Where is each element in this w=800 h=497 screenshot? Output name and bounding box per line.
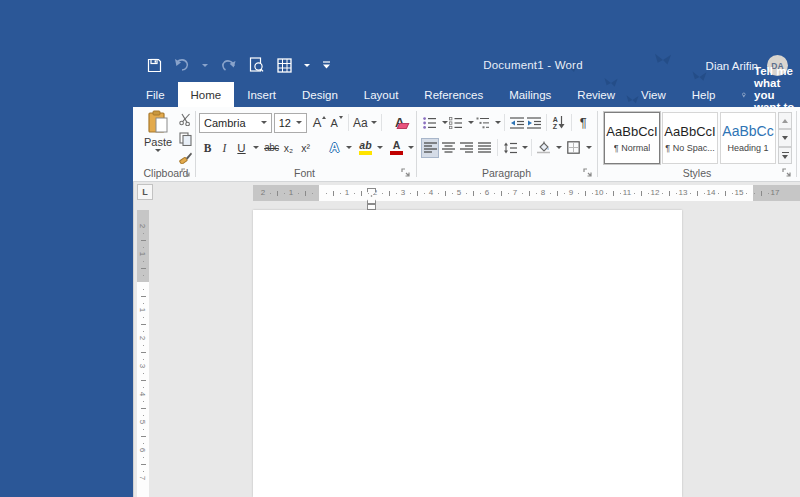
- lightbulb-icon: [742, 87, 746, 103]
- font-dialog-launcher-icon[interactable]: [400, 167, 411, 178]
- ruler-tick: [536, 193, 537, 194]
- paragraph-group: A Z ¶: [419, 107, 594, 181]
- borders-button[interactable]: [565, 138, 583, 158]
- numbering-button[interactable]: [448, 113, 466, 133]
- tab-review[interactable]: Review: [564, 82, 628, 107]
- shading-dropdown-icon[interactable]: [556, 146, 562, 149]
- decrease-indent-button[interactable]: [508, 113, 526, 133]
- underline-button[interactable]: U: [233, 138, 250, 158]
- ruler-tick: [270, 193, 271, 194]
- document-page[interactable]: [253, 210, 682, 497]
- clipboard-dialog-launcher-icon[interactable]: [180, 167, 191, 178]
- multilevel-list-icon: [476, 117, 490, 129]
- ruler-tick: [141, 240, 146, 241]
- scissors-icon: [179, 113, 192, 126]
- align-left-button[interactable]: [421, 138, 439, 158]
- ruler-tick: [410, 193, 411, 194]
- underline-dropdown-icon[interactable]: [253, 146, 259, 149]
- align-center-button[interactable]: [439, 138, 457, 158]
- style-normal[interactable]: AaBbCcI ¶ Normal: [604, 112, 660, 164]
- shrink-font-button[interactable]: A: [328, 113, 345, 133]
- font-name-value: Cambria: [204, 117, 246, 129]
- strikethrough-button[interactable]: abc: [263, 138, 280, 158]
- highlight-button[interactable]: ab: [357, 138, 374, 158]
- undo-dropdown-icon[interactable]: [201, 56, 209, 74]
- style-preview: AaBbCcI: [664, 124, 715, 139]
- increase-indent-button[interactable]: [525, 113, 543, 133]
- font-size-combobox[interactable]: 12: [274, 113, 307, 133]
- paragraph-dialog-launcher-icon[interactable]: [582, 167, 593, 178]
- font-color-bar: [390, 151, 403, 155]
- tab-home[interactable]: Home: [178, 82, 235, 107]
- group-divider: [195, 111, 196, 177]
- font-name-combobox[interactable]: Cambria: [199, 113, 272, 133]
- ruler-tick: [754, 193, 755, 194]
- sort-button[interactable]: A Z: [550, 113, 568, 133]
- font-color-button[interactable]: A: [388, 138, 405, 158]
- ruler-tick: [438, 193, 439, 194]
- format-painter-button[interactable]: [176, 149, 194, 166]
- change-case-button[interactable]: Aa: [352, 113, 379, 133]
- subscript-button[interactable]: x₂: [280, 138, 297, 158]
- multilevel-dropdown-icon[interactable]: [495, 121, 501, 124]
- tab-layout[interactable]: Layout: [351, 82, 412, 107]
- font-color-label: A: [393, 141, 401, 150]
- tab-insert[interactable]: Insert: [234, 82, 289, 107]
- clear-formatting-button[interactable]: A: [393, 113, 410, 133]
- tab-help[interactable]: Help: [679, 82, 729, 107]
- ruler-number: 3: [401, 188, 405, 197]
- tab-mailings[interactable]: Mailings: [496, 82, 564, 107]
- table-dropdown-icon[interactable]: [303, 56, 311, 74]
- customize-quick-access-icon[interactable]: [321, 56, 331, 74]
- draw-table-icon[interactable]: [275, 56, 293, 74]
- tab-stop-selector[interactable]: L: [137, 184, 153, 200]
- tab-view[interactable]: View: [628, 82, 679, 107]
- document-title: Document1 - Word: [433, 59, 633, 71]
- undo-icon[interactable]: [173, 56, 191, 74]
- format-painter-icon: [179, 151, 192, 164]
- paste-button[interactable]: Paste: [142, 110, 174, 170]
- grow-font-button[interactable]: A: [311, 113, 328, 133]
- borders-dropdown-icon[interactable]: [586, 146, 592, 149]
- tab-references[interactable]: References: [411, 82, 496, 107]
- tell-me-box[interactable]: Tell me what you want to do: [742, 82, 800, 107]
- shrink-font-label: A: [330, 117, 337, 129]
- highlight-dropdown-icon[interactable]: [377, 146, 383, 149]
- separator: [546, 114, 547, 131]
- line-spacing-dropdown-icon[interactable]: [522, 146, 528, 149]
- ruler-tick: [143, 401, 144, 402]
- tab-file[interactable]: File: [133, 82, 178, 107]
- ruler-tick: [143, 289, 144, 290]
- font-color-dropdown-icon[interactable]: [408, 146, 414, 149]
- bold-button[interactable]: B: [199, 138, 216, 158]
- text-effects-dropdown-icon[interactable]: [346, 146, 352, 149]
- redo-icon[interactable]: [219, 56, 237, 74]
- superscript-button[interactable]: x²: [297, 138, 314, 158]
- style-heading-1[interactable]: AaBbCc Heading 1: [720, 112, 776, 164]
- line-spacing-button[interactable]: [501, 138, 519, 158]
- styles-gallery-scroll: [778, 112, 792, 164]
- styles-dialog-launcher-icon[interactable]: [781, 167, 792, 178]
- ruler-tick: [746, 193, 747, 194]
- tab-design[interactable]: Design: [289, 82, 351, 107]
- shading-button[interactable]: [535, 138, 553, 158]
- styles-more-button[interactable]: [778, 147, 792, 164]
- print-preview-icon[interactable]: [247, 56, 265, 74]
- justify-button[interactable]: [476, 138, 494, 158]
- ruler-number: 12: [651, 188, 660, 197]
- text-effects-button[interactable]: A: [326, 138, 343, 158]
- styles-group-label: Styles: [601, 167, 793, 179]
- align-right-button[interactable]: [457, 138, 475, 158]
- cut-button[interactable]: [176, 111, 194, 128]
- save-icon[interactable]: [145, 56, 163, 74]
- multilevel-list-button[interactable]: [474, 113, 492, 133]
- style-no-spacing[interactable]: AaBbCcI ¶ No Spac...: [662, 112, 718, 164]
- bullets-button[interactable]: [421, 113, 439, 133]
- italic-button[interactable]: I: [216, 138, 233, 158]
- ribbon: Paste Clipboard Cambria: [133, 107, 800, 182]
- styles-scroll-up-button[interactable]: [778, 112, 792, 129]
- show-paragraph-marks-button[interactable]: ¶: [574, 113, 592, 133]
- ruler-tick: [732, 193, 733, 194]
- styles-scroll-down-button[interactable]: [778, 129, 792, 146]
- copy-button[interactable]: [176, 130, 194, 147]
